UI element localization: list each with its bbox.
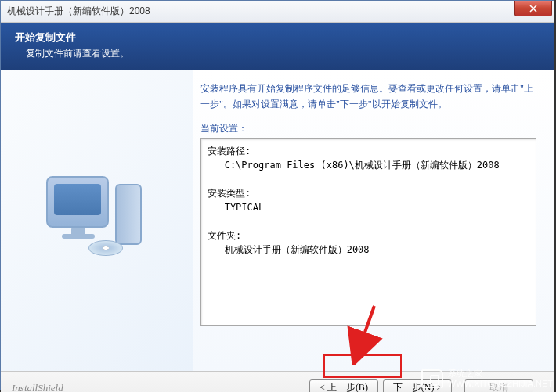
settings-textbox[interactable]: 安装路径: C:\Program Files (x86)\机械设计手册（新编软件… <box>200 138 536 326</box>
watermark: 系统之家 WWW.XITONGZHIJIA.NET <box>421 369 553 389</box>
watermark-line2: WWW.XITONGZHIJIA.NET <box>448 379 553 389</box>
back-button[interactable]: < 上一步(B) <box>309 379 378 393</box>
current-settings-label: 当前设置： <box>200 122 536 135</box>
header: 开始复制文件 复制文件前请查看设置。 <box>1 23 554 70</box>
close-button[interactable] <box>514 1 552 16</box>
close-icon <box>529 5 537 13</box>
watermark-text: 系统之家 WWW.XITONGZHIJIA.NET <box>448 369 553 389</box>
header-title: 开始复制文件 <box>15 31 540 45</box>
watermark-line1: 系统之家 <box>448 369 553 379</box>
titlebar: 机械设计手册（新编软件版）2008 <box>1 1 554 23</box>
content-area: 安装程序具有开始复制程序文件的足够信息。要查看或更改任何设置，请单击"上一步"。… <box>193 70 554 371</box>
computer-icon <box>38 162 156 279</box>
installer-window: 机械设计手册（新编软件版）2008 开始复制文件 复制文件前请查看设置。 安装程… <box>0 0 554 390</box>
header-subtitle: 复制文件前请查看设置。 <box>26 47 540 60</box>
intro-text: 安装程序具有开始复制程序文件的足够信息。要查看或更改任何设置，请单击"上一步"。… <box>200 81 536 113</box>
sidebar-image <box>1 70 193 371</box>
body: 安装程序具有开始复制程序文件的足够信息。要查看或更改任何设置，请单击"上一步"。… <box>1 70 554 371</box>
brand-label: InstallShield <box>12 382 63 393</box>
watermark-icon <box>421 369 443 388</box>
window-title: 机械设计手册（新编软件版）2008 <box>7 5 150 18</box>
